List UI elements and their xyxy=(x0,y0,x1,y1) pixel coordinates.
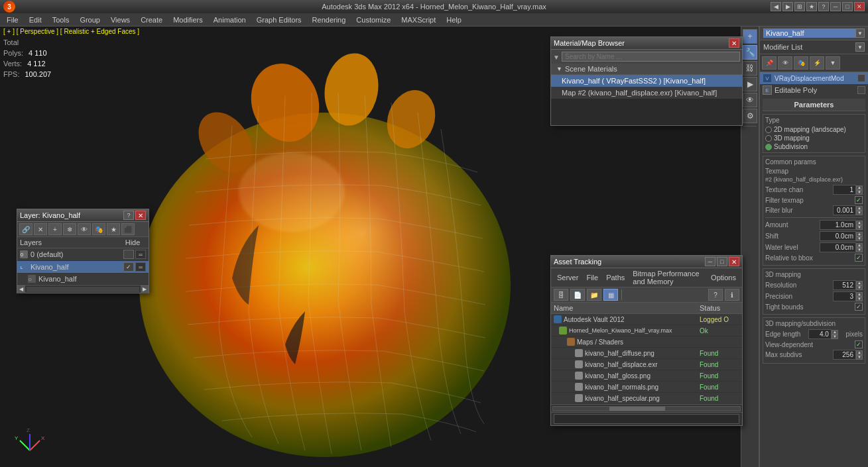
amount-dn[interactable]: ▼ xyxy=(856,225,863,230)
object-name-dropdown[interactable]: ▼ xyxy=(855,28,865,38)
modifier-more-btn[interactable]: ▼ xyxy=(826,56,840,70)
modifier-vray-eye[interactable] xyxy=(857,74,865,82)
mat-item-2[interactable]: Map #2 (kivano_half_displace.exr) [Kivan… xyxy=(551,87,742,99)
mat-item-1[interactable]: Kivano_half ( VRayFastSSS2 ) [Kivano_hal… xyxy=(551,75,742,87)
asset-restore-button[interactable]: □ xyxy=(717,257,727,266)
asset-btn-info[interactable]: ℹ xyxy=(725,289,739,301)
filter-blur-spinner[interactable]: ▲ ▼ xyxy=(833,205,863,215)
menu-maxscript[interactable]: MAXScript xyxy=(396,15,441,25)
menu-edit[interactable]: Edit xyxy=(24,15,47,25)
layer-help-button[interactable]: ? xyxy=(123,211,134,220)
modifier-list-dropdown[interactable]: ▼ xyxy=(855,42,865,52)
resolution-dn[interactable]: ▼ xyxy=(856,285,863,290)
asset-row-7[interactable]: kivano_half_specular.png Found xyxy=(551,393,742,404)
layer-kivano-check[interactable]: ✓ xyxy=(123,262,134,272)
modifier-poly-eye[interactable] xyxy=(857,86,865,94)
water-level-arrows[interactable]: ▲ ▼ xyxy=(856,243,863,252)
menu-create[interactable]: Create xyxy=(135,15,168,25)
tight-bounds-checkbox[interactable]: ✓ xyxy=(855,303,863,311)
layer-scroll-left[interactable]: ◀ xyxy=(17,285,25,293)
layer-sub-row-kivano[interactable]: O Kivano_half xyxy=(17,274,149,285)
texture-chan-arrows[interactable]: ▲ ▼ xyxy=(856,185,863,195)
modifier-pin-btn[interactable]: 📌 xyxy=(762,56,776,70)
shift-up[interactable]: ▲ xyxy=(856,232,863,236)
water-level-dn[interactable]: ▼ xyxy=(856,248,863,252)
shift-dn[interactable]: ▼ xyxy=(856,236,863,241)
menu-group[interactable]: Group xyxy=(74,15,105,25)
mat-section-header[interactable]: ▼ Scene Materials xyxy=(551,64,742,75)
asset-menu-server[interactable]: Server xyxy=(554,272,582,283)
shift-arrows[interactable]: ▲ ▼ xyxy=(856,232,863,241)
resolution-spinner[interactable]: ▲ ▼ xyxy=(833,280,863,290)
asset-path-input[interactable] xyxy=(554,414,739,424)
menu-views[interactable]: Views xyxy=(105,15,135,25)
precision-arrows[interactable]: ▲ ▼ xyxy=(856,292,863,301)
modifier-on-off-btn[interactable]: ⚡ xyxy=(810,56,824,70)
asset-row-0[interactable]: Autodesk Vault 2012 Logged O xyxy=(551,314,742,325)
asset-menu-paths[interactable]: Paths xyxy=(603,272,628,283)
asset-row-6[interactable]: kivano_half_normals.png Found xyxy=(551,382,742,393)
water-level-up[interactable]: ▲ xyxy=(856,243,863,248)
menu-rendering[interactable]: Rendering xyxy=(307,15,351,25)
asset-scroll-thumb[interactable] xyxy=(609,407,666,411)
relative-bbox-checkbox[interactable]: ✓ xyxy=(855,254,863,262)
modifier-show-btn[interactable]: 👁 xyxy=(778,56,792,70)
modifier-show-render-btn[interactable]: 🎭 xyxy=(794,56,808,70)
asset-row-1[interactable]: Horned_Melon_Kiwano_Half_vray.max Ok xyxy=(551,325,742,337)
layer-kivano-vis[interactable]: ═ xyxy=(135,262,146,272)
max-subdivs-dn[interactable]: ▼ xyxy=(856,355,863,360)
nav-prev-icon[interactable]: ◀ xyxy=(771,2,781,11)
asset-btn-grid[interactable]: ▦ xyxy=(603,289,618,301)
resolution-arrows[interactable]: ▲ ▼ xyxy=(856,281,863,290)
asset-btn-file[interactable]: 📄 xyxy=(570,289,585,301)
asset-menu-file[interactable]: File xyxy=(583,272,601,283)
titlebar-controls[interactable]: ◀ ▶ ⊞ ★ ? ─ □ ✕ xyxy=(771,2,865,11)
nav-next-icon[interactable]: ▶ xyxy=(782,2,793,11)
layer-btn-render[interactable]: 🎭 xyxy=(92,223,105,235)
create-icon[interactable]: + xyxy=(743,29,757,44)
asset-menu-options[interactable]: Options xyxy=(708,272,739,283)
restore-button[interactable]: □ xyxy=(842,2,853,11)
filter-blur-dn[interactable]: ▼ xyxy=(856,211,863,215)
layer-scroll-track[interactable] xyxy=(27,287,139,292)
radio-subdivision[interactable]: Subdivision xyxy=(765,143,863,150)
hierarchy-icon[interactable]: ⛓ xyxy=(743,61,757,76)
filter-blur-arrows[interactable]: ▲ ▼ xyxy=(856,206,863,215)
max-subdivs-input[interactable] xyxy=(833,350,856,360)
menu-file[interactable]: File xyxy=(1,15,24,25)
texture-chan-spinner[interactable]: ▲ ▼ xyxy=(833,185,863,195)
layer-btn-hide[interactable]: 👁 xyxy=(78,223,91,235)
asset-horizontal-scrollbar[interactable] xyxy=(551,404,742,412)
layer-btn-freeze[interactable]: ❄ xyxy=(63,223,76,235)
layer-scroll-right[interactable]: ▶ xyxy=(141,285,149,293)
layer-btn-select[interactable]: ⬛ xyxy=(121,223,135,235)
modifier-editable-poly[interactable]: E Editable Poly xyxy=(760,84,868,96)
view-dependent-checkbox[interactable]: ✓ xyxy=(855,340,863,348)
modifier-vray-displacement[interactable]: V VRayDisplacementMod xyxy=(760,72,868,84)
display-icon[interactable]: 👁 xyxy=(743,93,757,107)
shift-input[interactable] xyxy=(820,231,856,241)
help-icon[interactable]: ? xyxy=(818,2,829,11)
asset-minimize-button[interactable]: ─ xyxy=(705,257,715,266)
texture-chan-up[interactable]: ▲ xyxy=(856,185,863,190)
menu-customize[interactable]: Customize xyxy=(351,15,396,25)
utilities-icon[interactable]: ⚙ xyxy=(743,109,757,123)
layer-row-default[interactable]: 0 0 (default) ═ xyxy=(17,248,149,261)
layer-default-check[interactable] xyxy=(123,250,134,259)
asset-menu-bitmap[interactable]: Bitmap Performance and Memory xyxy=(629,268,706,287)
filter-texmap-checkbox[interactable]: ✓ xyxy=(855,196,863,204)
layer-scrollbar[interactable]: ◀ ▶ xyxy=(17,285,149,293)
water-level-spinner[interactable]: ▲ ▼ xyxy=(820,242,863,252)
layer-row-kivano[interactable]: L Kivano_half ✓ ═ xyxy=(17,261,149,274)
edge-length-spinner[interactable]: ▲ ▼ xyxy=(808,329,838,339)
water-level-input[interactable] xyxy=(820,242,856,252)
mat-browser-search-input[interactable] xyxy=(562,52,740,62)
amount-spinner[interactable]: ▲ ▼ xyxy=(820,220,863,230)
resolution-input[interactable] xyxy=(833,280,856,290)
amount-input[interactable] xyxy=(820,220,856,230)
precision-up[interactable]: ▲ xyxy=(856,292,863,297)
layer-default-vis[interactable]: ═ xyxy=(135,250,146,259)
max-subdivs-spinner[interactable]: ▲ ▼ xyxy=(833,350,863,360)
precision-spinner[interactable]: ▲ ▼ xyxy=(833,291,863,301)
edge-length-up[interactable]: ▲ xyxy=(832,330,838,335)
